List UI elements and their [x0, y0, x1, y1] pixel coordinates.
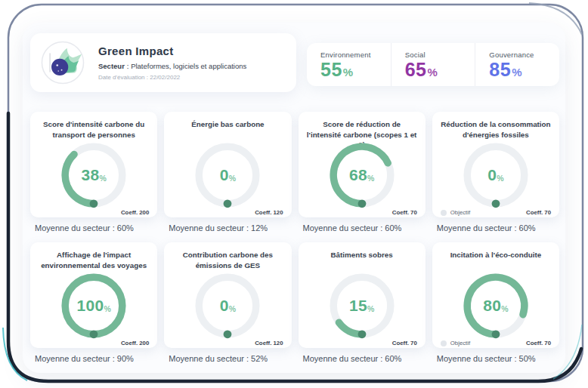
sector-line: Secteur: Plateformes, logiciels et appli… — [98, 62, 246, 70]
gauge-value: 15% — [328, 272, 396, 340]
gauge-chart: 80% — [462, 272, 530, 340]
metrics-grid: Score d'intensité carbone du transport d… — [23, 92, 565, 373]
gauge-value: 38% — [60, 141, 128, 209]
sector-average-label: Moyenne du secteur : 60% — [437, 223, 559, 233]
score-environnement: Environnement 55% — [307, 43, 391, 86]
dashboard-header: Green Impact Secteur: Plateformes, logic… — [23, 23, 565, 92]
score-label: Gouvernance — [489, 51, 559, 59]
sector-average-label: Moyenne du secteur : 50% — [437, 354, 559, 364]
metric-title: Réduction de la consommation d'énergies … — [441, 119, 551, 140]
sector-average-label: Moyenne du secteur : 12% — [169, 223, 291, 233]
score-social: Social 65% — [391, 43, 475, 86]
objectif-dot-icon — [441, 210, 447, 216]
gauge-value: 68% — [328, 141, 396, 209]
metric-title: Score d'intensité carbone du transport d… — [39, 119, 149, 140]
screenshot-stage: Green Impact Secteur: Plateformes, logic… — [0, 0, 588, 388]
card-footer: Coeff. 200 — [39, 209, 149, 216]
gauge-chart: 0% — [462, 141, 530, 209]
metric-title: Score de réduction de l'intensité carbon… — [307, 119, 417, 140]
page-title: Green Impact — [98, 45, 246, 57]
score-value: 85% — [489, 60, 559, 79]
score-value: 65% — [405, 60, 475, 79]
metric-cell: Incitation à l'éco-conduite 80% Objectif… — [432, 242, 559, 373]
brand-text: Green Impact Secteur: Plateformes, logic… — [98, 45, 246, 81]
evaluation-date: Date d'évaluation : 22/02/2022 — [98, 74, 246, 81]
card-footer: Coeff. 70 — [307, 209, 417, 216]
metric-cell: Réduction de la consommation d'énergies … — [432, 112, 559, 242]
metric-cell: Énergie bas carbone 0% Coeff. 120 Moyenn… — [164, 112, 291, 242]
sector-value: : Plateformes, logiciels et applications — [127, 62, 246, 70]
metric-cell: Contribution carbone des émissions de GE… — [164, 242, 291, 373]
metric-card-energie-bas-carbone: Énergie bas carbone 0% Coeff. 120 — [164, 112, 291, 217]
score-label: Environnement — [320, 51, 391, 59]
metric-title: Affichage de l'impact environnemental de… — [39, 250, 149, 271]
metric-card-reduction-energies-fossiles: Réduction de la consommation d'énergies … — [432, 112, 559, 217]
objectif-label: Objectif — [450, 340, 470, 346]
coefficient-label: Coeff. 120 — [255, 209, 283, 216]
metric-card-eco-conduite: Incitation à l'éco-conduite 80% Objectif… — [432, 242, 559, 348]
coefficient-label: Coeff. 200 — [121, 209, 149, 216]
score-label: Social — [405, 51, 475, 59]
green-impact-logo-icon — [41, 41, 85, 85]
metric-cell: Bâtiments sobres 15% Coeff. 70 Moyenne d… — [299, 242, 426, 373]
gauge-value: 100% — [60, 272, 128, 340]
coefficient-label: Coeff. 200 — [121, 340, 149, 346]
dashboard-panel: Green Impact Secteur: Plateformes, logic… — [23, 23, 565, 373]
gauge-value: 0% — [462, 141, 530, 209]
card-footer: Coeff. 120 — [172, 340, 283, 346]
card-footer: Coeff. 120 — [172, 209, 283, 216]
metric-cell: Score de réduction de l'intensité carbon… — [299, 112, 426, 242]
metric-title: Énergie bas carbone — [172, 119, 283, 140]
metric-cell: Affichage de l'impact environnemental de… — [30, 242, 157, 373]
metric-card-batiments-sobres: Bâtiments sobres 15% Coeff. 70 — [299, 242, 426, 348]
gauge-chart: 68% — [328, 141, 396, 209]
esg-scores-card: Environnement 55% Social 65% Gouvernance… — [307, 43, 559, 86]
sector-average-label: Moyenne du secteur : 60% — [303, 223, 426, 233]
gauge-chart: 100% — [60, 272, 128, 340]
sector-average-label: Moyenne du secteur : 60% — [303, 354, 426, 364]
gauge-value: 80% — [462, 272, 530, 340]
coefficient-label: Coeff. 70 — [526, 340, 551, 346]
coefficient-label: Coeff. 70 — [392, 209, 417, 216]
metric-title: Incitation à l'éco-conduite — [441, 250, 551, 271]
objectif-legend: Objectif — [441, 209, 470, 216]
score-gouvernance: Gouvernance 85% — [475, 43, 559, 86]
brand-card: Green Impact Secteur: Plateformes, logic… — [30, 33, 296, 92]
metric-title: Bâtiments sobres — [307, 250, 417, 271]
gauge-value: 0% — [193, 141, 262, 209]
card-footer: Coeff. 200 — [39, 340, 149, 346]
metric-cell: Score d'intensité carbone du transport d… — [30, 112, 157, 242]
card-footer: Objectif Coeff. 70 — [441, 340, 551, 346]
objectif-dot-icon — [441, 340, 447, 346]
objectif-legend: Objectif — [441, 340, 470, 346]
gauge-value: 0% — [193, 272, 262, 340]
coefficient-label: Coeff. 70 — [392, 340, 417, 346]
card-footer: Coeff. 70 — [307, 340, 417, 346]
sector-average-label: Moyenne du secteur : 60% — [35, 223, 157, 233]
sector-average-label: Moyenne du secteur : 90% — [35, 354, 157, 364]
gauge-chart: 0% — [193, 272, 262, 340]
objectif-label: Objectif — [450, 209, 470, 216]
gauge-chart: 0% — [193, 141, 262, 209]
metric-card-intensite-carbone-transport: Score d'intensité carbone du transport d… — [30, 112, 157, 217]
metric-card-contribution-ges: Contribution carbone des émissions de GE… — [164, 242, 291, 348]
sector-average-label: Moyenne du secteur : 52% — [169, 354, 291, 364]
metric-card-reduction-intensite-carbone: Score de réduction de l'intensité carbon… — [299, 112, 426, 217]
metric-title: Contribution carbone des émissions de GE… — [172, 250, 283, 271]
sector-label: Secteur — [98, 62, 125, 70]
coefficient-label: Coeff. 120 — [255, 340, 283, 346]
gauge-chart: 15% — [328, 272, 396, 340]
score-value: 55% — [320, 60, 391, 79]
coefficient-label: Coeff. 70 — [526, 209, 551, 216]
gauge-chart: 38% — [60, 141, 128, 209]
metric-card-affichage-impact-voyages: Affichage de l'impact environnemental de… — [30, 242, 157, 348]
card-footer: Objectif Coeff. 70 — [441, 209, 551, 216]
